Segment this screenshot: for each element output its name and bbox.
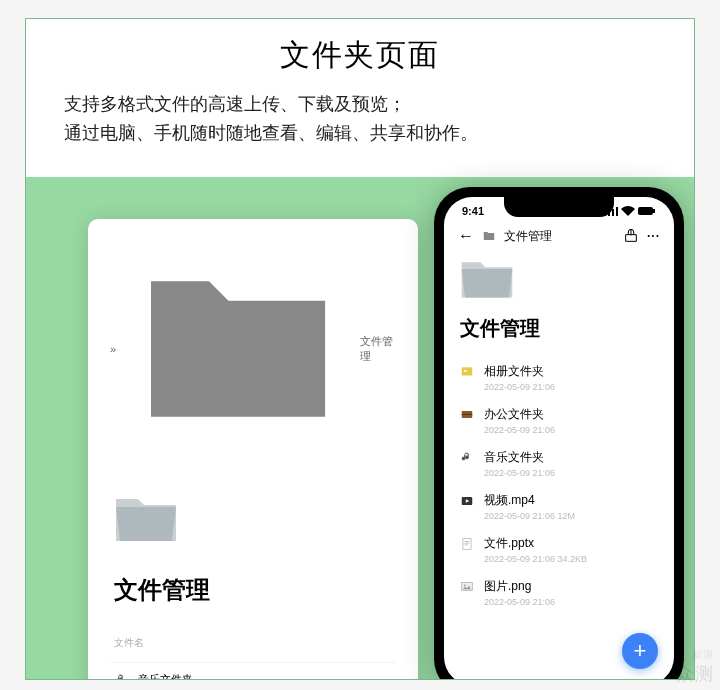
svg-point-18 (464, 370, 466, 372)
phone-nav-bar: ← 文件管理 ··· (444, 217, 674, 251)
music-icon (460, 451, 474, 465)
doc-icon (460, 537, 474, 551)
file-name: 办公文件夹 (484, 406, 555, 423)
album-icon (460, 365, 474, 379)
list-item[interactable]: 音乐文件夹2022-05-09 21:06 (460, 442, 658, 485)
office-icon (460, 408, 474, 422)
svg-rect-25 (465, 545, 468, 546)
svg-rect-16 (653, 209, 655, 213)
file-meta: 2022-05-09 21:06 34.2KB (484, 554, 587, 564)
video-icon (460, 494, 474, 508)
share-icon[interactable] (623, 228, 639, 244)
image-icon (460, 580, 474, 594)
battery-icon (638, 206, 656, 216)
add-button[interactable]: + (622, 633, 658, 669)
back-button[interactable]: ← (458, 227, 474, 245)
list-item[interactable]: 文件.pptx2022-05-09 21:06 34.2KB (460, 528, 658, 571)
file-name: 文件.pptx (484, 535, 587, 552)
phone-notch (504, 197, 614, 217)
phone-file-list: 相册文件夹2022-05-09 21:06办公文件夹2022-05-09 21:… (460, 356, 658, 614)
folder-hero-icon (460, 257, 514, 301)
page-description: 支持多格式文件的高速上传、下载及预览； 通过电脑、手机随时随地查看、编辑、共享和… (64, 90, 656, 148)
breadcrumb-title[interactable]: 文件管理 (360, 334, 396, 364)
svg-point-27 (464, 584, 466, 586)
status-time: 9:41 (462, 205, 484, 217)
folder-icon (482, 229, 496, 243)
wifi-icon (621, 206, 635, 216)
more-icon[interactable]: ··· (647, 229, 660, 243)
svg-rect-14 (616, 207, 618, 216)
page-title: 文件夹页面 (26, 35, 694, 76)
file-meta: 2022-05-09 21:06 (484, 382, 555, 392)
file-meta: 2022-05-09 21:06 (484, 597, 555, 607)
svg-rect-13 (612, 209, 614, 216)
nav-title: 文件管理 (504, 228, 552, 245)
folder-icon (122, 233, 354, 465)
svg-rect-24 (465, 543, 470, 544)
svg-rect-15 (638, 207, 653, 215)
music-icon (114, 673, 128, 680)
svg-rect-22 (463, 539, 471, 550)
file-meta: 2022-05-09 21:06 (484, 468, 555, 478)
file-name: 图片.png (484, 578, 555, 595)
breadcrumb-sep-icon: » (110, 343, 116, 355)
watermark-big: 众测 (676, 664, 714, 684)
watermark: 新浪 众测 (676, 648, 714, 686)
desktop-window: » 文件管理 文件管理 文件名 音乐文件夹办公文件夹相册文件夹图片.png文件.… (88, 219, 418, 680)
phone-screen: 9:41 ← 文件管理 ··· 文件管理 (444, 197, 674, 680)
watermark-small: 新浪 (676, 648, 714, 662)
list-item[interactable]: 办公文件夹2022-05-09 21:06 (460, 399, 658, 442)
desc-line-2: 通过电脑、手机随时随地查看、编辑、共享和协作。 (64, 119, 656, 148)
svg-rect-17 (462, 367, 473, 375)
list-item[interactable]: 视频.mp42022-05-09 21:06 12M (460, 485, 658, 528)
desktop-heading: 文件管理 (114, 574, 396, 606)
column-header-filename: 文件名 (114, 636, 396, 650)
file-name: 音乐文件夹 (138, 672, 193, 680)
file-name: 视频.mp4 (484, 492, 575, 509)
list-item[interactable]: 音乐文件夹 (110, 662, 396, 680)
file-name: 音乐文件夹 (484, 449, 555, 466)
breadcrumb: » 文件管理 (110, 233, 396, 465)
phone-device-frame: 9:41 ← 文件管理 ··· 文件管理 (434, 187, 684, 680)
svg-rect-20 (462, 414, 473, 415)
svg-rect-23 (465, 541, 470, 542)
phone-heading: 文件管理 (460, 315, 658, 342)
file-name: 相册文件夹 (484, 363, 555, 380)
desktop-file-list: 音乐文件夹办公文件夹相册文件夹图片.png文件.pptx视频.mp4 (110, 662, 396, 680)
file-meta: 2022-05-09 21:06 12M (484, 511, 575, 521)
desc-line-1: 支持多格式文件的高速上传、下载及预览； (64, 90, 656, 119)
list-item[interactable]: 相册文件夹2022-05-09 21:06 (460, 356, 658, 399)
list-item[interactable]: 图片.png2022-05-09 21:06 (460, 571, 658, 614)
file-meta: 2022-05-09 21:06 (484, 425, 555, 435)
folder-hero-icon (114, 493, 178, 545)
